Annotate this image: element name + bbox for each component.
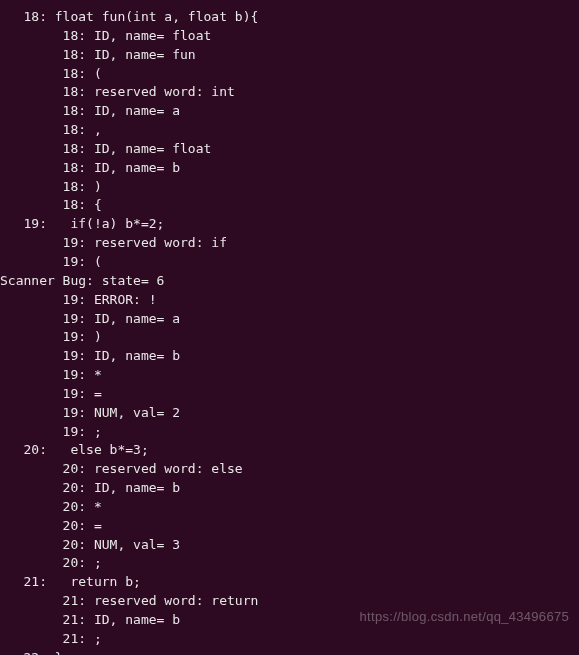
output-line: 19: ERROR: ! <box>0 292 157 307</box>
output-line: Scanner Bug: state= 6 <box>0 273 164 288</box>
output-line: 18: ID, name= b <box>0 160 180 175</box>
output-line: 20: ; <box>0 555 102 570</box>
output-line: 18: ) <box>0 179 102 194</box>
output-line: 21: ID, name= b <box>0 612 180 627</box>
output-line: 18: ( <box>0 66 102 81</box>
output-line: 19: ID, name= b <box>0 348 180 363</box>
watermark-text: https://blog.csdn.net/qq_43496675 <box>360 608 569 627</box>
output-line: 21: ; <box>0 631 102 646</box>
output-line: 20: NUM, val= 3 <box>0 537 180 552</box>
output-line: 19: = <box>0 386 102 401</box>
output-line: 18: , <box>0 122 102 137</box>
output-line: 20: = <box>0 518 102 533</box>
output-line: 21: reserved word: return <box>0 593 258 608</box>
output-line: 18: ID, name= a <box>0 103 180 118</box>
output-line: 18: ID, name= float <box>0 141 211 156</box>
output-line: 19: if(!a) b*=2; <box>0 216 164 231</box>
output-line: 18: ID, name= float <box>0 28 211 43</box>
output-line: 19: ( <box>0 254 102 269</box>
output-line: 20: else b*=3; <box>0 442 149 457</box>
output-line: 19: NUM, val= 2 <box>0 405 180 420</box>
output-line: 21: return b; <box>0 574 141 589</box>
output-line: 18: ID, name= fun <box>0 47 196 62</box>
output-line: 19: reserved word: if <box>0 235 227 250</box>
output-line: 19: * <box>0 367 102 382</box>
output-line: 22: } <box>0 650 63 655</box>
output-line: 19: ID, name= a <box>0 311 180 326</box>
output-line: 18: { <box>0 197 102 212</box>
output-line: 20: ID, name= b <box>0 480 180 495</box>
output-line: 20: * <box>0 499 102 514</box>
output-line: 20: reserved word: else <box>0 461 243 476</box>
output-line: 19: ; <box>0 424 102 439</box>
output-line: 18: float fun(int a, float b){ <box>0 9 258 24</box>
terminal-output: 18: float fun(int a, float b){ 18: ID, n… <box>0 8 579 655</box>
output-line: 18: reserved word: int <box>0 84 235 99</box>
output-line: 19: ) <box>0 329 102 344</box>
